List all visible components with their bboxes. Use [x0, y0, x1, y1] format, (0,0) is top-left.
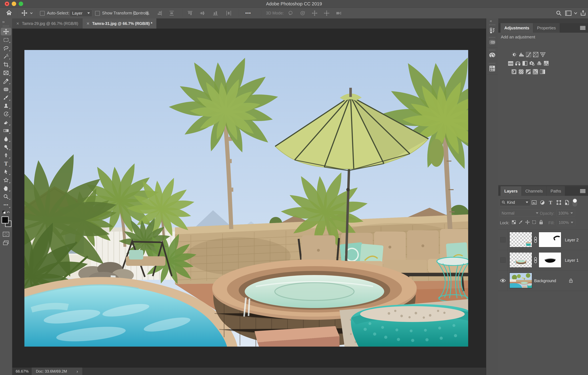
layer-row-layer2[interactable]: Layer 2: [498, 230, 588, 250]
tab-adjustments[interactable]: Adjustments: [501, 23, 533, 33]
document-tab-active[interactable]: × Tamra-31.jpg @ 66.7% (RGB/8) *: [83, 18, 157, 29]
tool-brush[interactable]: [1, 94, 11, 101]
layer-row-layer1[interactable]: Layer 1: [498, 250, 588, 270]
close-icon[interactable]: ×: [16, 21, 19, 26]
layer-name[interactable]: Background: [534, 278, 556, 283]
canvas-area[interactable]: [12, 29, 486, 367]
dock-collapse-button[interactable]: ‹‹: [490, 19, 492, 23]
adjustment-channel-mixer-button[interactable]: [536, 60, 542, 66]
eye-icon[interactable]: [500, 278, 506, 283]
tool-custom-shape[interactable]: [1, 176, 11, 184]
quick-mask-button[interactable]: [1, 231, 11, 238]
auto-select-target-dropdown[interactable]: Layer: [70, 10, 92, 17]
tool-crop[interactable]: [1, 61, 11, 68]
layer-filter-kind-dropdown[interactable]: Kind: [500, 199, 530, 206]
panel-menu-icon[interactable]: [580, 26, 586, 30]
show-transform-checkbox[interactable]: [95, 11, 100, 16]
align-top-edges-button[interactable]: [186, 10, 194, 16]
tab-paths[interactable]: Paths: [547, 186, 565, 196]
layer-thumbnail[interactable]: [509, 252, 532, 268]
distribute-v-button[interactable]: [168, 10, 175, 16]
fill-field[interactable]: 100%: [556, 219, 575, 226]
dock-grip[interactable]: [489, 63, 495, 64]
3d-camera-button[interactable]: [335, 10, 342, 16]
layer-mask-thumbnail[interactable]: [538, 232, 561, 247]
tab-properties[interactable]: Properties: [533, 23, 560, 33]
share-button[interactable]: [579, 9, 587, 17]
filter-smart-objects-button[interactable]: [564, 199, 570, 206]
dock-grip[interactable]: [489, 50, 495, 51]
foreground-background-colors[interactable]: [1, 216, 10, 229]
workspace-button[interactable]: [564, 10, 572, 17]
tool-quick-selection[interactable]: [1, 53, 11, 60]
layer-thumbnail[interactable]: [509, 273, 532, 288]
panel-menu-icon[interactable]: [580, 189, 586, 193]
blend-mode-dropdown[interactable]: Normal: [500, 210, 540, 217]
dock-grip[interactable]: [489, 24, 495, 25]
screen-mode-button[interactable]: [1, 239, 11, 246]
dock-patterns-panel-button[interactable]: [487, 64, 498, 73]
align-left-edges-button[interactable]: [132, 10, 139, 16]
filter-shape-layers-button[interactable]: [556, 199, 562, 206]
tool-preset-move[interactable]: [20, 9, 29, 17]
tool-gradient[interactable]: [1, 127, 11, 134]
tab-channels[interactable]: Channels: [522, 186, 547, 196]
visibility-checkbox-empty[interactable]: [500, 257, 505, 263]
adjustment-gradient-map-button[interactable]: [539, 68, 546, 75]
visibility-cell[interactable]: [498, 250, 508, 270]
close-window-button[interactable]: [5, 1, 9, 6]
align-right-edges-button[interactable]: [156, 10, 163, 16]
tool-eyedropper[interactable]: [1, 77, 11, 85]
tool-preset-chevron-icon[interactable]: [29, 11, 33, 15]
filter-adjustment-layers-button[interactable]: [539, 199, 546, 206]
dock-swatches-panel-button[interactable]: [487, 51, 498, 60]
tool-move[interactable]: [1, 28, 11, 35]
doc-size-indicator[interactable]: Doc: 33.6M/69.2M ›: [32, 367, 82, 375]
document-tab[interactable]: × Tamra-29.jpg @ 66.7% (RGB/8): [12, 18, 83, 29]
home-button[interactable]: [5, 9, 13, 17]
3d-slide-button[interactable]: [323, 10, 330, 16]
filter-toggle-switch[interactable]: [572, 198, 577, 207]
tool-frame[interactable]: [1, 69, 11, 77]
tool-type[interactable]: T: [1, 160, 11, 167]
3d-roll-button[interactable]: [299, 10, 306, 16]
adjustment-curves-button[interactable]: [525, 51, 532, 58]
adjustment-black-white-button[interactable]: [522, 60, 528, 66]
dock-history-panel-button[interactable]: [487, 26, 498, 35]
tool-marquee[interactable]: [1, 36, 11, 44]
tool-lasso[interactable]: [1, 44, 11, 52]
layer-thumbnail[interactable]: [509, 232, 532, 247]
edit-toolbar-button[interactable]: •••: [1, 201, 11, 209]
default-swap-colors[interactable]: [1, 210, 11, 216]
adjustment-exposure-button[interactable]: [533, 51, 539, 58]
adjustment-vibrance-button[interactable]: [540, 51, 546, 58]
zoom-level-field[interactable]: 66.67%: [16, 369, 29, 374]
align-v-centers-button[interactable]: [199, 10, 206, 16]
tool-hand[interactable]: [1, 185, 11, 192]
search-button[interactable]: [555, 10, 563, 17]
adjustment-color-balance-button[interactable]: [514, 60, 521, 66]
tool-clone-stamp[interactable]: [1, 102, 11, 110]
tool-pen[interactable]: [1, 152, 11, 159]
layer-mask-thumbnail[interactable]: [538, 252, 561, 268]
filter-pixel-layers-button[interactable]: [531, 199, 537, 206]
lock-pixels-button[interactable]: [518, 219, 524, 225]
align-h-centers-button[interactable]: [144, 10, 151, 16]
adjustment-threshold-button[interactable]: [525, 68, 531, 75]
tool-history-brush[interactable]: [1, 110, 11, 118]
layer-row-background[interactable]: Background: [498, 270, 588, 291]
adjustment-invert-button[interactable]: [511, 68, 517, 75]
adjustment-brightness-contrast-button[interactable]: [511, 51, 517, 58]
adjustment-color-lookup-button[interactable]: [543, 60, 549, 66]
tool-dodge[interactable]: [1, 143, 11, 151]
tool-healing-brush[interactable]: [1, 86, 11, 93]
layer-name[interactable]: Layer 1: [565, 258, 579, 263]
auto-select-checkbox[interactable]: [40, 11, 45, 16]
more-align-options-button[interactable]: •••: [245, 8, 251, 18]
lock-position-button[interactable]: [524, 219, 531, 225]
minimize-window-button[interactable]: [12, 1, 16, 6]
adjustment-posterize-button[interactable]: [518, 68, 524, 75]
tool-zoom[interactable]: [1, 193, 11, 200]
dock-libraries-panel-button[interactable]: [487, 38, 498, 47]
toolbar-collapse-button[interactable]: ››: [2, 19, 4, 24]
